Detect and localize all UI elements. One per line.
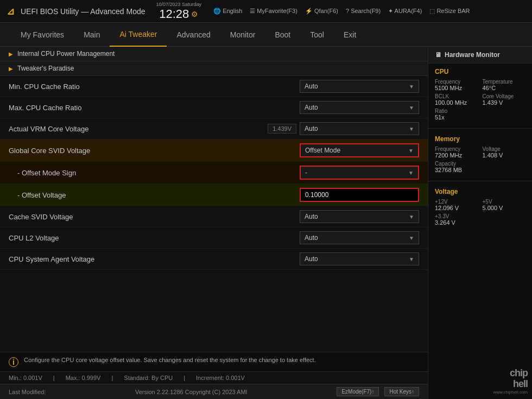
separator: |	[111, 375, 113, 381]
main-layout: ▶ Internal CPU Power Management ▶ Tweake…	[0, 47, 532, 399]
arrow-icon: ▶	[9, 51, 13, 57]
section-tweakers-paradise[interactable]: ▶ Tweaker's Paradise	[0, 61, 428, 76]
ez-mode-button[interactable]: EzMode(F7)↑	[337, 387, 379, 396]
dropdown-l2-voltage[interactable]: Auto ▼	[300, 231, 419, 244]
hardware-monitor-sidebar: 🖥 Hardware Monitor CPU Frequency 5100 MH…	[428, 47, 532, 399]
chevron-down-icon: ▼	[408, 148, 414, 154]
chevron-down-icon: ▼	[408, 170, 414, 176]
setting-value: Auto ▼	[300, 80, 419, 93]
dropdown-value: Auto	[305, 234, 318, 242]
chevron-down-icon: ▼	[409, 105, 414, 111]
shortcut-search[interactable]: ? Search(F9)	[346, 8, 381, 15]
max-value: Max.: 0.999V	[66, 375, 101, 381]
settings-icon[interactable]: ⚙	[191, 10, 198, 18]
setting-label: Cache SVID Voltage	[9, 213, 300, 221]
setting-label: Max. CPU Cache Ratio	[9, 104, 300, 112]
row-global-core-svid: Global Core SVID Voltage Offset Mode ▼	[0, 140, 428, 162]
chiplogo: chiphell www.chiphell.com	[428, 364, 532, 399]
sidebar-cpu-section: CPU Frequency 5100 MHz Temperature 46°C …	[428, 64, 532, 126]
offset-voltage-input[interactable]	[300, 188, 419, 202]
nav-ai-tweaker[interactable]: Ai Tweaker	[110, 23, 167, 47]
nav-monitor[interactable]: Monitor	[220, 23, 265, 47]
voltage-badge: 1.439V	[268, 124, 296, 134]
dropdown-system-agent[interactable]: Auto ▼	[300, 252, 419, 265]
separator: |	[53, 375, 55, 381]
content-area: ▶ Internal CPU Power Management ▶ Tweake…	[0, 47, 428, 399]
memory-section-title: Memory	[435, 135, 525, 143]
dropdown-value: Auto	[305, 83, 318, 90]
shortcut-language[interactable]: 🌐 English	[213, 8, 242, 15]
date-display: 10/07/2023 Saturday	[156, 2, 202, 7]
memory-stats-grid: Frequency 7200 MHz Voltage 1.408 V	[435, 146, 525, 159]
nav-advanced[interactable]: Advanced	[167, 23, 220, 47]
top-bar: ⊿ UEFI BIOS Utility — Advanced Mode 10/0…	[0, 0, 532, 23]
sidebar-voltage-section: Voltage +12V 12.096 V +5V 5.000 V +3.3V …	[428, 183, 532, 231]
sidebar-title-text: Hardware Monitor	[445, 51, 500, 59]
nav-exit[interactable]: Exit	[334, 23, 366, 47]
nav-my-favorites[interactable]: My Favorites	[11, 23, 74, 47]
cpu-core-voltage-label: Core Voltage 1.439 V	[483, 93, 526, 106]
top-shortcuts: 🌐 English ☰ MyFavorite(F3) ⚡ Qfan(F6) ? …	[213, 8, 470, 15]
mem-capacity: Capacity 32768 MB	[435, 161, 525, 173]
setting-label: - Offset Voltage	[17, 191, 300, 199]
divider	[428, 128, 532, 129]
standard-value: Standard: By CPU	[124, 375, 173, 381]
setting-value: Auto ▼	[300, 210, 419, 223]
shortcut-aura[interactable]: ✦ AURA(F4)	[388, 8, 422, 15]
setting-value: - ▼	[300, 166, 419, 180]
mem-freq-label: Frequency 7200 MHz	[435, 146, 478, 159]
dropdown-max-cache[interactable]: Auto ▼	[300, 101, 419, 114]
v33: +3.3V 3.264 V	[435, 213, 525, 226]
row-max-cpu-cache-ratio: Max. CPU Cache Ratio Auto ▼	[0, 97, 428, 118]
dropdown-value: Offset Mode	[305, 147, 340, 154]
shortcut-qfan[interactable]: ⚡ Qfan(F6)	[305, 8, 338, 15]
chevron-down-icon: ▼	[409, 214, 414, 220]
nav-main[interactable]: Main	[74, 23, 110, 47]
last-modified-label: Last Modified	[9, 389, 44, 395]
row-cache-svid-voltage: Cache SVID Voltage Auto ▼	[0, 206, 428, 227]
dropdown-min-cache[interactable]: Auto ▼	[300, 80, 419, 93]
bios-title: UEFI BIOS Utility — Advanced Mode	[21, 7, 145, 16]
dropdown-value: Auto	[305, 125, 318, 132]
dropdown-svid-voltage[interactable]: Offset Mode ▼	[300, 143, 419, 157]
section-internal-cpu[interactable]: ▶ Internal CPU Power Management	[0, 47, 428, 61]
asus-logo-icon: ⊿	[7, 5, 14, 17]
dropdown-value: Auto	[305, 213, 318, 220]
separator: |	[183, 375, 185, 381]
row-cpu-l2-voltage: CPU L2 Voltage Auto ▼	[0, 227, 428, 249]
row-min-cpu-cache-ratio: Min. CPU Cache Ratio Auto ▼	[0, 76, 428, 97]
chip-logo-text: chiphell	[433, 368, 528, 390]
dropdown-cache-svid[interactable]: Auto ▼	[300, 210, 419, 223]
setting-label: Min. CPU Cache Ratio	[9, 83, 300, 91]
version-text: Version 2.22.1286 Copyright (C) 2023 AMI	[46, 389, 337, 395]
shortcut-myfavorite[interactable]: ☰ MyFavorite(F3)	[250, 8, 297, 15]
dropdown-value: Auto	[305, 104, 318, 111]
nav-tool[interactable]: Tool	[300, 23, 334, 47]
setting-value: Auto ▼	[300, 231, 419, 244]
settings-scroll[interactable]: ▶ Internal CPU Power Management ▶ Tweake…	[0, 47, 428, 352]
cpu-freq-label: Frequency 5100 MHz	[435, 79, 478, 91]
cpu-ratio: Ratio 51x	[435, 108, 525, 121]
voltage-section-title: Voltage	[435, 188, 525, 195]
footer-right: EzMode(F7)↑ Hot Keys↑	[337, 387, 419, 396]
footer-bar: Last Modified | Version 2.22.1286 Copyri…	[0, 384, 428, 399]
hot-keys-button[interactable]: Hot Keys↑	[384, 387, 419, 396]
bottom-bar: Min.: 0.001V | Max.: 0.999V | Standard: …	[0, 371, 428, 384]
divider	[428, 181, 532, 181]
chevron-down-icon: ▼	[409, 126, 414, 132]
shortcut-resizebar[interactable]: ⬚ ReSize BAR	[429, 8, 470, 15]
v12-label: +12V 12.096 V	[435, 199, 478, 211]
cpu-section-title: CPU	[435, 68, 525, 75]
setting-label: Actual VRM Core Voltage	[9, 125, 268, 133]
chip-sub-text: www.chiphell.com	[433, 390, 528, 395]
setting-value: 1.439V Auto ▼	[268, 122, 419, 135]
chevron-down-icon: ▼	[409, 256, 414, 262]
dropdown-vrm[interactable]: Auto ▼	[300, 122, 419, 135]
time-display: 12:28	[159, 7, 189, 21]
dropdown-offset-sign[interactable]: - ▼	[300, 166, 419, 180]
datetime-display: 10/07/2023 Saturday 12:28 ⚙	[156, 2, 202, 21]
setting-value: Offset Mode ▼	[300, 143, 419, 157]
row-offset-voltage: - Offset Voltage	[0, 184, 428, 206]
row-cpu-system-agent: CPU System Agent Voltage Auto ▼	[0, 249, 428, 270]
nav-boot[interactable]: Boot	[265, 23, 300, 47]
